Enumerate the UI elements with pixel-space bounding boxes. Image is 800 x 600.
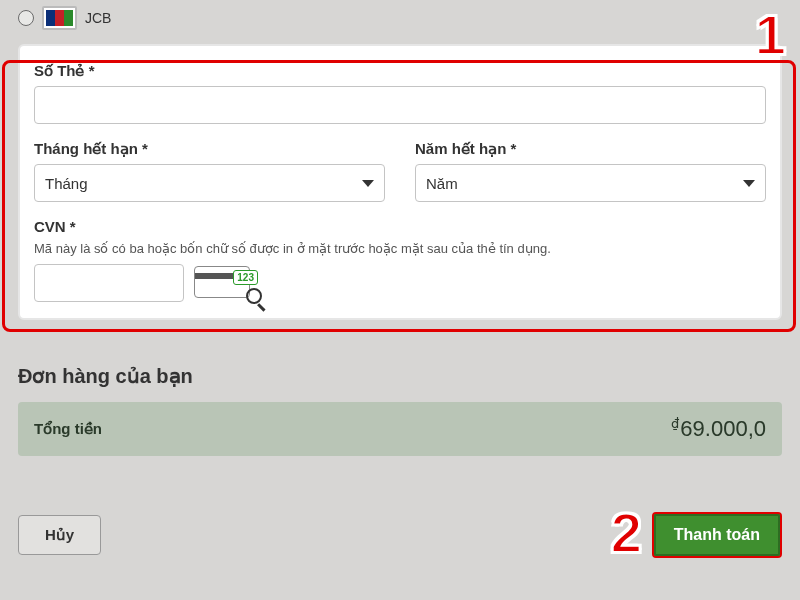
jcb-label: JCB bbox=[85, 10, 111, 26]
chevron-down-icon bbox=[743, 180, 755, 187]
exp-month-value: Tháng bbox=[45, 175, 88, 192]
total-amount: ₫69.000,0 bbox=[671, 416, 766, 442]
cvn-input[interactable] bbox=[34, 264, 184, 302]
cvn-label: CVN * bbox=[34, 218, 766, 235]
card-details-panel: Số Thẻ * Tháng hết hạn * Tháng Năm hết h… bbox=[18, 44, 782, 320]
magnifier-icon bbox=[246, 288, 262, 304]
pay-button[interactable]: Thanh toán bbox=[652, 512, 782, 558]
order-total-row: Tổng tiền ₫69.000,0 bbox=[18, 402, 782, 456]
card-number-input[interactable] bbox=[34, 86, 766, 124]
radio-jcb[interactable] bbox=[18, 10, 34, 26]
chevron-down-icon bbox=[362, 180, 374, 187]
total-label: Tổng tiền bbox=[34, 420, 102, 438]
payment-option-jcb[interactable]: JCB bbox=[18, 0, 782, 44]
order-heading: Đơn hàng của bạn bbox=[18, 364, 782, 388]
cancel-button[interactable]: Hủy bbox=[18, 515, 101, 555]
jcb-logo-icon bbox=[42, 6, 77, 30]
exp-year-select[interactable]: Năm bbox=[415, 164, 766, 202]
exp-month-select[interactable]: Tháng bbox=[34, 164, 385, 202]
card-number-label: Số Thẻ * bbox=[34, 62, 766, 80]
cvn-help-icon: 123 bbox=[194, 266, 256, 300]
exp-year-label: Năm hết hạn * bbox=[415, 140, 766, 158]
cvn-hint: Mã này là số có ba hoặc bốn chữ số được … bbox=[34, 241, 766, 256]
exp-month-label: Tháng hết hạn * bbox=[34, 140, 385, 158]
exp-year-value: Năm bbox=[426, 175, 458, 192]
cvn-sample-digits: 123 bbox=[233, 270, 258, 285]
